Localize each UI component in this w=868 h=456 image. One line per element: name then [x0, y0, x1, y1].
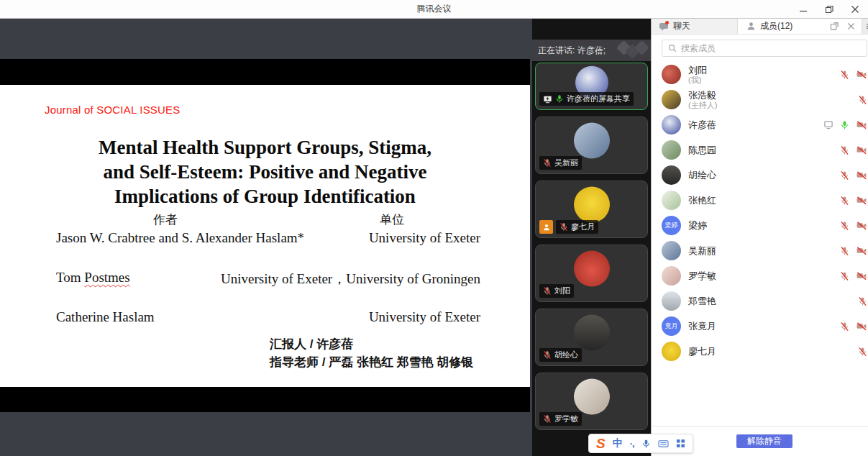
- member-row[interactable]: 陈思园: [652, 137, 868, 163]
- mic-muted-icon: [840, 196, 849, 206]
- slide-bottom-black-bar: [0, 387, 530, 412]
- panel-tabbar: 聊天 成员(12): [652, 19, 868, 35]
- tab-chat-label: 聊天: [673, 20, 690, 32]
- panel-tab-actions: [830, 19, 862, 34]
- avatar: [662, 191, 681, 210]
- ime-logo[interactable]: S: [596, 436, 606, 452]
- ime-punctuation-button[interactable]: ·,: [630, 438, 634, 449]
- member-status-icons: [840, 221, 867, 231]
- mic-on-icon: [555, 94, 564, 104]
- member-row[interactable]: 廖七月: [652, 339, 868, 364]
- member-list: 刘阳 (我): [652, 60, 868, 426]
- member-row[interactable]: 吴新丽: [652, 238, 868, 263]
- member-status-icons: [840, 196, 867, 206]
- member-status-icons: [858, 95, 867, 105]
- author-row: Tom Postmes University of Exeter，Univers…: [56, 270, 480, 288]
- member-row[interactable]: 郑雪艳: [652, 288, 868, 314]
- member-name: 陈思园: [688, 145, 833, 155]
- mic-muted-icon: [858, 296, 867, 306]
- camera-off-icon: [856, 246, 867, 255]
- restore-button[interactable]: [823, 4, 835, 15]
- screen-share-icon: [823, 120, 833, 129]
- avatar: 梁婷: [662, 216, 681, 235]
- ime-toolbox-grid-icon[interactable]: [676, 439, 685, 448]
- member-name: 梁婷: [688, 220, 833, 231]
- unmute-button[interactable]: 解除静音: [736, 434, 792, 448]
- member-row[interactable]: 张艳红: [652, 188, 868, 213]
- window-controls: [798, 0, 861, 18]
- tab-chat[interactable]: 聊天: [652, 19, 738, 34]
- ime-language-mode-button[interactable]: 中: [613, 437, 623, 450]
- video-tile[interactable]: 吴新丽: [535, 117, 648, 174]
- tile-name-chip: 刘阳: [539, 284, 574, 298]
- member-name: 张艳红: [688, 195, 833, 206]
- member-role: (主持人): [688, 101, 851, 109]
- avatar: [574, 187, 610, 223]
- search-input[interactable]: [681, 43, 861, 53]
- avatar: [574, 379, 610, 415]
- slide-top-black-bar: [0, 59, 530, 85]
- member-row[interactable]: 胡绘心: [652, 163, 868, 188]
- mic-muted-icon: [840, 70, 849, 80]
- author-name: Tom Postmes: [56, 270, 130, 288]
- member-row[interactable]: 竟月 张竟月: [652, 314, 868, 339]
- mic-muted-icon: [840, 246, 849, 256]
- person-badge-icon: [539, 220, 553, 234]
- panel-menu-button[interactable]: [862, 19, 868, 34]
- camera-off-icon: [856, 271, 867, 281]
- slide-author-rows: Jason W. Crabtree and S. Alexander Hasla…: [0, 85, 530, 387]
- ime-toolbar: S 中 ·,: [588, 434, 693, 453]
- camera-off-icon: [856, 120, 867, 129]
- tile-name-chip: 胡绘心: [539, 348, 582, 362]
- ime-mic-icon[interactable]: [641, 439, 651, 449]
- video-tile[interactable]: 廖七月: [535, 181, 648, 238]
- popout-panel-icon[interactable]: [830, 22, 839, 31]
- member-row[interactable]: 刘阳 (我): [652, 62, 868, 87]
- tile-name-chip: 许彦蓓的屏幕共享: [539, 92, 634, 106]
- mic-muted-icon: [543, 414, 552, 424]
- mic-muted-icon: [543, 158, 552, 168]
- shared-screen-stage: Journal of SOCIAL ISSUES Mental Health S…: [0, 19, 532, 456]
- camera-off-icon: [856, 322, 867, 331]
- ime-keyboard-icon[interactable]: [658, 439, 669, 448]
- tile-name: 罗学敏: [554, 414, 578, 424]
- video-tile[interactable]: 许彦蓓的屏幕共享: [535, 63, 648, 110]
- tile-name: 许彦蓓的屏幕共享: [567, 94, 630, 104]
- member-row[interactable]: 罗学敏: [652, 263, 868, 288]
- camera-off-icon: [856, 170, 867, 180]
- search-icon: [668, 44, 677, 53]
- member-status-icons: [858, 296, 867, 306]
- member-row[interactable]: 许彦蓓: [652, 112, 868, 137]
- tab-members[interactable]: 成员(12): [738, 19, 830, 34]
- member-name: 张竟月: [688, 321, 833, 332]
- video-tile[interactable]: 罗学敏: [535, 373, 648, 430]
- author-affiliation: University of Exeter: [369, 309, 480, 325]
- member-row[interactable]: 梁婷 梁婷: [652, 213, 868, 238]
- member-name: 胡绘心: [688, 170, 833, 181]
- member-status-icons: [840, 170, 867, 181]
- tile-name: 胡绘心: [554, 350, 578, 360]
- close-icon[interactable]: [849, 4, 861, 15]
- window-titlebar: 腾讯会议: [0, 0, 868, 19]
- video-tiles: 许彦蓓的屏幕共享 吴新丽: [532, 61, 651, 456]
- member-name: 罗学敏: [688, 270, 833, 281]
- video-tile[interactable]: 胡绘心: [535, 309, 648, 366]
- member-status-icons: [840, 145, 867, 155]
- author-name: Catherine Haslam: [56, 309, 155, 325]
- member-name: 吴新丽: [688, 245, 833, 256]
- now-speaking-label: 正在讲话: 许彦蓓;: [538, 45, 606, 57]
- chat-unread-dot: [665, 21, 669, 24]
- video-tile[interactable]: 刘阳: [535, 245, 648, 302]
- avatar: [574, 315, 610, 351]
- close-panel-icon[interactable]: [847, 22, 855, 30]
- mic-muted-icon: [559, 222, 568, 232]
- author-name: Jason W. Crabtree and S. Alexander Hasla…: [56, 230, 304, 246]
- member-name: 许彦蓓: [688, 119, 816, 130]
- screen-share-icon: [543, 95, 552, 104]
- minimize-button[interactable]: [798, 4, 809, 15]
- member-role: (我): [688, 76, 833, 84]
- mic-muted-icon: [840, 221, 849, 231]
- member-name: 张浩毅: [688, 90, 851, 101]
- member-row[interactable]: 张浩毅 (主持人): [652, 87, 868, 112]
- avatar: [662, 115, 681, 134]
